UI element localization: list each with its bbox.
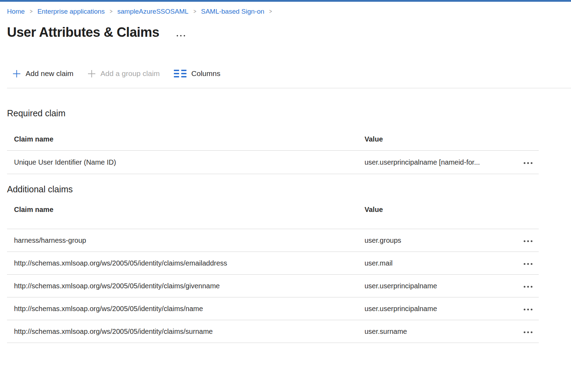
add-new-claim-label: Add new claim [26,69,74,78]
chevron-right-icon: > [269,8,272,15]
breadcrumb-enterprise-applications[interactable]: Enterprise applications [38,8,105,15]
claim-value-cell[interactable]: user.userprincipalname [365,282,513,290]
table-row[interactable]: http://schemas.xmlsoap.org/ws/2005/05/id… [7,252,539,275]
claim-value-cell[interactable]: user.userprincipalname [365,305,513,313]
table-row[interactable]: Unique User Identifier (Name ID) user.us… [7,151,539,174]
claim-name-column-header: Claim name [7,206,365,214]
columns-button[interactable]: Columns [174,69,220,78]
add-new-claim-button[interactable]: Add new claim [13,69,74,78]
plus-icon [88,70,96,78]
claim-name-column-header: Claim name [7,135,365,143]
chevron-right-icon: > [110,8,113,15]
table-row[interactable]: http://schemas.xmlsoap.org/ws/2005/05/id… [7,320,539,343]
claim-name-cell[interactable]: http://schemas.xmlsoap.org/ws/2005/05/id… [7,259,365,267]
claim-value-cell[interactable]: user.userprincipalname [nameid-for... [365,158,513,166]
ellipsis-icon [524,309,532,310]
value-column-header: Value [365,135,513,143]
user-attributes-claims-blade: Home > Enterprise applications > sampleA… [0,0,571,392]
ellipsis-icon [177,35,185,36]
claim-name-cell[interactable]: Unique User Identifier (Name ID) [7,158,365,166]
row-menu-button[interactable] [523,258,533,269]
more-options-button[interactable] [175,33,186,39]
table-row[interactable]: http://schemas.xmlsoap.org/ws/2005/05/id… [7,297,539,320]
chevron-right-icon: > [193,8,196,15]
row-menu-button[interactable] [523,326,533,337]
claim-value-cell[interactable]: user.groups [365,236,513,245]
breadcrumb-home[interactable]: Home [7,8,25,15]
claim-value-cell[interactable]: user.mail [365,259,513,267]
add-group-claim-button[interactable]: Add a group claim [88,69,160,78]
columns-icon [174,70,186,77]
value-column-header: Value [365,206,513,214]
ellipsis-icon [524,240,532,242]
columns-label: Columns [191,69,220,78]
page-title: User Attributes & Claims [7,23,159,41]
add-group-claim-label: Add a group claim [101,69,160,78]
plus-icon [13,70,21,78]
required-claim-heading: Required claim [7,107,571,119]
breadcrumb-saml-based-sign-on[interactable]: SAML-based Sign-on [201,8,264,15]
row-menu-button[interactable] [523,303,533,314]
table-row[interactable]: http://schemas.xmlsoap.org/ws/2005/05/id… [7,275,539,297]
ellipsis-icon [524,286,532,288]
breadcrumb-sampleazuressosaml[interactable]: sampleAzureSSOSAML [117,8,189,15]
additional-claims-heading: Additional claims [7,183,571,195]
ellipsis-icon [524,162,532,164]
table-row[interactable]: harness/harness-group user.groups [7,229,539,252]
additional-claims-table: Claim name Value harness/harness-group u… [7,195,539,343]
claim-name-cell[interactable]: harness/harness-group [7,236,365,245]
claim-name-cell[interactable]: http://schemas.xmlsoap.org/ws/2005/05/id… [7,282,365,290]
row-menu-button[interactable] [523,281,533,291]
ellipsis-icon [524,263,532,265]
claim-value-cell[interactable]: user.surname [365,328,513,336]
title-row: User Attributes & Claims [0,23,571,41]
claim-name-cell[interactable]: http://schemas.xmlsoap.org/ws/2005/05/id… [7,328,365,336]
table-header-row: Claim name Value [7,195,539,229]
chevron-right-icon: > [30,8,33,15]
ellipsis-icon [524,331,532,333]
claim-name-cell[interactable]: http://schemas.xmlsoap.org/ws/2005/05/id… [7,305,365,313]
command-bar: Add new claim Add a group claim Columns [0,66,571,81]
breadcrumb: Home > Enterprise applications > sampleA… [0,2,571,15]
row-menu-button[interactable] [523,235,533,246]
table-header-row: Claim name Value [7,119,539,151]
required-claim-table: Claim name Value Unique User Identifier … [7,119,539,174]
row-menu-button[interactable] [523,157,533,168]
toolbar-divider [7,88,571,88]
